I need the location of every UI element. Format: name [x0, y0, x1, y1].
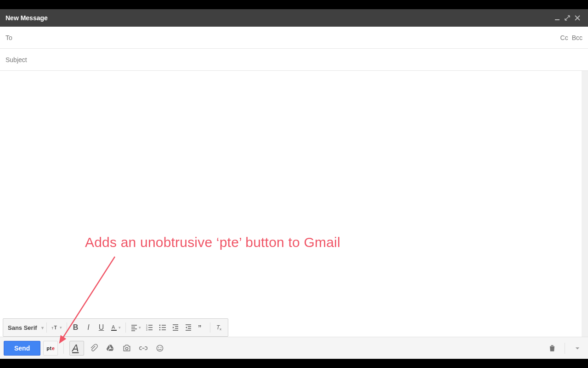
svg-point-16 — [157, 345, 163, 351]
formatting-toolbar: Sans Serif TT ▾ B I U A ▾ ▾ 123 — [3, 318, 228, 337]
to-label: To — [6, 34, 23, 41]
caret-down-icon: ▾ — [60, 325, 62, 330]
insert-emoji-button[interactable] — [153, 341, 167, 355]
toolbar-separator — [565, 343, 565, 354]
text-color-button[interactable]: A ▾ — [108, 321, 123, 334]
emoji-icon — [155, 344, 164, 353]
svg-text:”: ” — [198, 324, 202, 331]
svg-point-18 — [161, 347, 162, 348]
toolbar-separator — [46, 322, 47, 333]
subject-row[interactable] — [0, 49, 588, 71]
camera-icon — [122, 344, 131, 353]
compose-window: New Message To Cc Bcc — [0, 9, 588, 359]
compose-title: New Message — [6, 14, 552, 22]
svg-point-10 — [159, 329, 160, 331]
to-input[interactable] — [23, 34, 560, 41]
pte-button[interactable]: pte — [43, 341, 58, 356]
toolbar-separator — [210, 322, 210, 333]
compose-action-bar: Send pte A — [0, 337, 588, 359]
cc-bcc-container: Cc Bcc — [560, 34, 582, 41]
recipients-row[interactable]: To Cc Bcc — [0, 27, 588, 49]
toolbar-separator — [125, 322, 126, 333]
formatting-toggle-button[interactable]: A — [69, 341, 84, 356]
svg-text:x: x — [220, 327, 221, 331]
svg-text:T: T — [51, 326, 54, 330]
paperclip-icon — [89, 344, 98, 353]
bcc-button[interactable]: Bcc — [572, 34, 582, 41]
svg-point-8 — [159, 325, 160, 326]
toolbar-separator — [63, 343, 64, 354]
indent-more-button[interactable] — [182, 321, 194, 334]
message-body-scroll[interactable] — [0, 71, 588, 337]
caret-down-icon — [573, 344, 582, 353]
numbered-list-button[interactable]: 123 — [144, 321, 156, 334]
pte-icon: pte — [46, 345, 55, 351]
quote-button[interactable]: ” — [195, 321, 207, 334]
text-format-icon: A — [70, 341, 84, 355]
annotation-text: Adds an unobtrusive ‘pte’ button to Gmai… — [85, 235, 340, 250]
screenshot-stage: { "header": { "title": "New Message" }, … — [0, 0, 588, 368]
insert-drive-button[interactable] — [103, 341, 117, 355]
svg-rect-0 — [555, 19, 560, 20]
svg-text:3: 3 — [146, 328, 147, 331]
cc-button[interactable]: Cc — [560, 34, 568, 41]
drive-icon — [106, 344, 115, 353]
svg-point-9 — [159, 327, 160, 328]
svg-text:A: A — [71, 342, 79, 353]
discard-draft-button[interactable] — [545, 341, 559, 355]
send-button[interactable]: Send — [4, 341, 40, 356]
svg-point-15 — [126, 347, 128, 350]
align-button[interactable]: ▾ — [129, 321, 143, 334]
popout-button[interactable] — [562, 13, 572, 23]
underline-button[interactable]: U — [96, 321, 107, 334]
svg-text:T: T — [54, 325, 57, 330]
close-button[interactable] — [572, 13, 582, 23]
caret-down-icon: ▾ — [119, 325, 121, 330]
bullet-list-button[interactable] — [157, 321, 169, 334]
remove-formatting-button[interactable]: Tx — [213, 321, 225, 334]
toolbar-separator — [67, 322, 67, 333]
italic-button[interactable]: I — [83, 321, 95, 334]
bold-button[interactable]: B — [70, 321, 82, 334]
font-size-button[interactable]: TT ▾ — [50, 321, 64, 334]
indent-less-button[interactable] — [170, 321, 181, 334]
font-family-select[interactable]: Sans Serif — [6, 321, 44, 334]
attach-file-button[interactable] — [87, 341, 101, 355]
caret-down-icon: ▾ — [139, 325, 141, 330]
minimize-button[interactable] — [552, 13, 562, 23]
more-options-button[interactable] — [571, 341, 584, 355]
subject-input[interactable] — [6, 56, 582, 63]
compose-header: New Message — [0, 9, 588, 27]
insert-photo-button[interactable] — [120, 341, 134, 355]
insert-link-button[interactable] — [136, 341, 150, 355]
link-icon — [139, 344, 148, 353]
svg-rect-4 — [111, 330, 117, 331]
svg-text:A: A — [112, 324, 115, 330]
svg-point-17 — [158, 347, 159, 348]
message-body[interactable] — [0, 71, 582, 337]
trash-icon — [548, 344, 557, 353]
